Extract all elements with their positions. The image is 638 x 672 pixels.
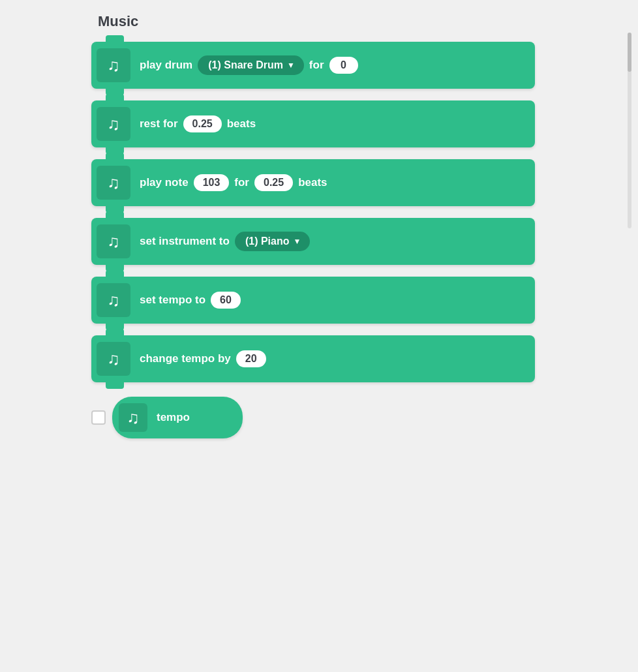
play-drum-text: play drum (1) Snare Drum ▼ for 0 (140, 55, 358, 75)
set-tempo-label: set tempo to (140, 294, 205, 307)
change-tempo-label: change tempo by (140, 352, 231, 365)
music-icon-5: ♫ (97, 283, 130, 317)
play-note-label: play note (140, 176, 189, 189)
drum-beats-input[interactable]: 0 (329, 57, 358, 74)
music-icon-1: ♫ (97, 48, 130, 82)
for-label-1: for (309, 59, 324, 72)
play-drum-block[interactable]: ♫ play drum (1) Snare Drum ▼ for 0 (91, 42, 535, 89)
change-tempo-block[interactable]: ♫ change tempo by 20 (91, 335, 535, 382)
scrollbar-thumb[interactable] (628, 33, 631, 72)
note-number-input[interactable]: 103 (194, 174, 230, 191)
tempo-reporter-label: tempo (157, 411, 190, 424)
tempo-checkbox[interactable] (91, 410, 106, 425)
play-note-text: play note 103 for 0.25 beats (140, 174, 327, 191)
note-beats-input[interactable]: 0.25 (254, 174, 293, 191)
set-tempo-text: set tempo to 60 (140, 292, 241, 309)
music-icon-reporter: ♫ (119, 403, 147, 432)
change-tempo-text: change tempo by 20 (140, 350, 266, 367)
music-icon-2: ♫ (97, 107, 130, 141)
snare-drum-dropdown[interactable]: (1) Snare Drum ▼ (198, 55, 304, 75)
tempo-value-input[interactable]: 60 (211, 292, 241, 309)
piano-label: (1) Piano (245, 236, 290, 247)
piano-dropdown[interactable]: (1) Piano ▼ (235, 232, 310, 251)
blocks-container: ♫ play drum (1) Snare Drum ▼ for 0 ♫ res… (91, 42, 535, 438)
set-tempo-block[interactable]: ♫ set tempo to 60 (91, 277, 535, 324)
music-icon-3: ♫ (97, 166, 130, 200)
rest-for-block[interactable]: ♫ rest for 0.25 beats (91, 100, 535, 147)
dropdown-arrow-icon: ▼ (287, 61, 295, 70)
rest-beats-input[interactable]: 0.25 (183, 115, 222, 132)
dropdown-arrow-icon-2: ▼ (293, 237, 301, 246)
set-instrument-label: set instrument to (140, 235, 230, 248)
rest-for-label: rest for (140, 117, 178, 130)
play-drum-label: play drum (140, 59, 192, 72)
page-title: Music (98, 13, 138, 30)
for-label-2: for (234, 176, 249, 189)
scrollbar[interactable] (628, 33, 631, 228)
set-instrument-block[interactable]: ♫ set instrument to (1) Piano ▼ (91, 218, 535, 265)
rest-for-text: rest for 0.25 beats (140, 115, 256, 132)
tempo-reporter-block[interactable]: ♫ tempo (112, 397, 243, 438)
tempo-reporter-text: tempo (157, 411, 190, 424)
set-instrument-text: set instrument to (1) Piano ▼ (140, 232, 310, 251)
snare-drum-label: (1) Snare Drum (208, 59, 283, 71)
change-tempo-input[interactable]: 20 (236, 350, 266, 367)
music-icon-6: ♫ (97, 342, 130, 376)
music-icon-4: ♫ (97, 224, 130, 258)
beats-label-2: beats (298, 176, 327, 189)
play-note-block[interactable]: ♫ play note 103 for 0.25 beats (91, 159, 535, 206)
beats-label-1: beats (227, 117, 256, 130)
reporter-row: ♫ tempo (91, 397, 535, 438)
